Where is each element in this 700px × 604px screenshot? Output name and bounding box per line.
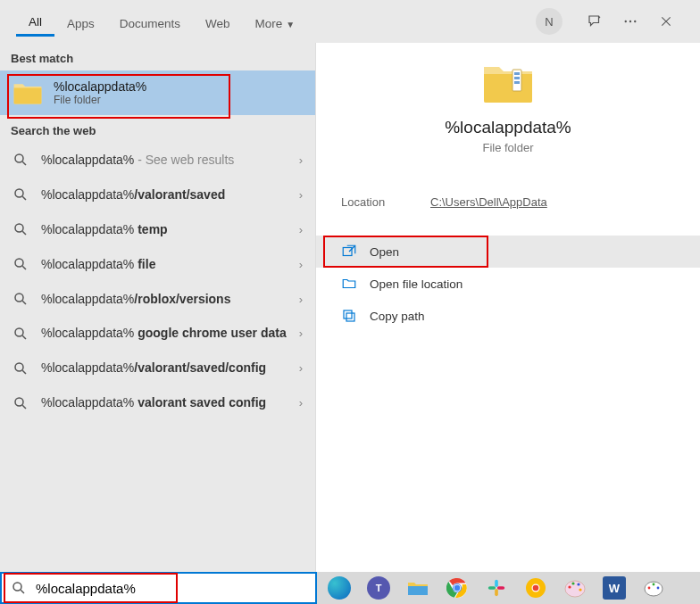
web-result[interactable]: %localappdata% google chrome user data › <box>0 316 315 351</box>
svg-point-5 <box>15 224 23 232</box>
web-result[interactable]: %localappdata% file › <box>0 247 315 282</box>
tab-documents[interactable]: Documents <box>107 8 193 36</box>
teams-icon[interactable]: T <box>367 576 390 600</box>
svg-point-8 <box>15 328 23 336</box>
actions-list: OpenOpen file locationCopy path <box>316 236 700 332</box>
svg-rect-15 <box>343 248 352 256</box>
word-icon[interactable]: W <box>603 576 626 600</box>
web-result-text: %localappdata% temp <box>41 221 292 238</box>
chevron-right-icon[interactable]: › <box>299 361 303 375</box>
svg-point-32 <box>571 582 574 584</box>
preview-title: %localappdata% <box>316 118 700 137</box>
svg-point-7 <box>15 294 23 302</box>
search-box[interactable] <box>0 572 317 604</box>
svg-point-30 <box>565 581 585 597</box>
edge-icon[interactable] <box>328 576 351 600</box>
svg-rect-26 <box>497 586 504 590</box>
svg-rect-17 <box>344 310 352 319</box>
tab-all[interactable]: All <box>16 6 54 37</box>
chevron-right-icon[interactable]: › <box>299 188 303 202</box>
paint-palette-icon[interactable] <box>563 576 587 600</box>
folder-icon <box>12 80 43 105</box>
svg-rect-23 <box>495 580 498 587</box>
best-match-subtitle: File folder <box>54 94 146 106</box>
search-icon <box>11 580 27 596</box>
search-input[interactable] <box>36 581 306 596</box>
chevron-right-icon[interactable]: › <box>299 293 303 306</box>
svg-point-22 <box>454 585 460 591</box>
feedback-icon[interactable] <box>586 12 604 30</box>
svg-point-18 <box>13 583 21 591</box>
web-result-text: %localappdata% google chrome user data <box>41 325 292 342</box>
svg-point-10 <box>15 398 23 406</box>
web-result[interactable]: %localappdata%/valorant/saved/config › <box>0 351 315 385</box>
tab-apps[interactable]: Apps <box>54 8 107 36</box>
more-options-icon[interactable] <box>621 12 639 30</box>
web-result-text: %localappdata%/roblox/versions <box>41 291 292 308</box>
action-label: Open <box>370 245 399 259</box>
svg-point-36 <box>648 587 651 590</box>
chrome-icon[interactable] <box>446 576 469 600</box>
svg-point-34 <box>579 588 581 591</box>
action-label: Copy path <box>370 310 425 323</box>
web-result[interactable]: %localappdata% valorant saved config › <box>0 385 315 420</box>
svg-point-3 <box>15 154 23 162</box>
chevron-right-icon[interactable]: › <box>299 258 303 271</box>
search-icon <box>12 395 29 411</box>
search-icon <box>12 152 29 168</box>
svg-point-9 <box>15 363 23 371</box>
svg-point-33 <box>577 583 579 585</box>
tab-more[interactable]: More ▼ <box>243 8 307 36</box>
svg-rect-14 <box>514 81 520 84</box>
tab-web[interactable]: Web <box>193 8 243 36</box>
close-icon[interactable] <box>657 12 675 30</box>
svg-rect-13 <box>514 77 520 79</box>
search-web-heading: Search the web <box>0 115 315 143</box>
user-avatar[interactable]: N <box>536 8 562 35</box>
web-result-text: %localappdata%/valorant/saved/config <box>41 360 292 376</box>
chevron-right-icon[interactable]: › <box>299 396 303 410</box>
web-result[interactable]: %localappdata%/valorant/saved › <box>0 178 315 212</box>
web-result-text: %localappdata% file <box>41 256 292 273</box>
slack-icon[interactable] <box>485 576 508 600</box>
chevron-right-icon[interactable]: › <box>299 153 303 167</box>
copy-icon <box>341 308 357 324</box>
svg-point-0 <box>625 21 627 22</box>
best-match-heading: Best match <box>0 43 315 70</box>
paint-app-icon[interactable] <box>642 576 665 600</box>
location-label: Location <box>341 195 430 209</box>
web-result-text: %localappdata% - See web results <box>41 152 292 169</box>
chevron-right-icon[interactable]: › <box>299 223 303 236</box>
action-label: Open file location <box>370 277 462 291</box>
explorer-icon[interactable] <box>406 576 429 600</box>
svg-point-38 <box>657 587 660 590</box>
folder-large-icon <box>481 61 535 105</box>
action-copy-path[interactable]: Copy path <box>316 300 700 332</box>
svg-rect-16 <box>346 313 354 321</box>
open-icon <box>341 244 357 260</box>
taskbar-tray: T W <box>317 572 700 604</box>
chevron-down-icon: ▼ <box>286 20 295 29</box>
web-result[interactable]: %localappdata% - See web results › <box>0 143 315 178</box>
header-tabs: All Apps Documents Web More ▼ N <box>0 0 700 43</box>
results-panel: Best match %localappdata% File folder Se… <box>0 43 315 572</box>
search-icon <box>12 326 29 342</box>
svg-rect-25 <box>495 589 498 596</box>
action-open-file-location[interactable]: Open file location <box>316 268 700 300</box>
svg-point-2 <box>634 21 636 22</box>
action-open[interactable]: Open <box>316 236 700 268</box>
svg-point-6 <box>15 259 23 267</box>
svg-point-31 <box>568 585 571 588</box>
svg-point-37 <box>653 583 655 586</box>
search-icon <box>12 291 29 307</box>
preview-subtitle: File folder <box>316 141 700 154</box>
location-link[interactable]: C:\Users\Dell\AppData <box>430 195 547 209</box>
best-match-result[interactable]: %localappdata% File folder <box>0 70 315 115</box>
svg-point-4 <box>15 189 23 197</box>
preview-panel: %localappdata% File folder Location C:\U… <box>315 43 700 572</box>
web-result-text: %localappdata% valorant saved config <box>41 394 292 411</box>
chevron-right-icon[interactable]: › <box>299 327 303 340</box>
chrome-canary-icon[interactable] <box>524 576 547 600</box>
web-result[interactable]: %localappdata% temp › <box>0 212 315 247</box>
web-result[interactable]: %localappdata%/roblox/versions › <box>0 282 315 317</box>
